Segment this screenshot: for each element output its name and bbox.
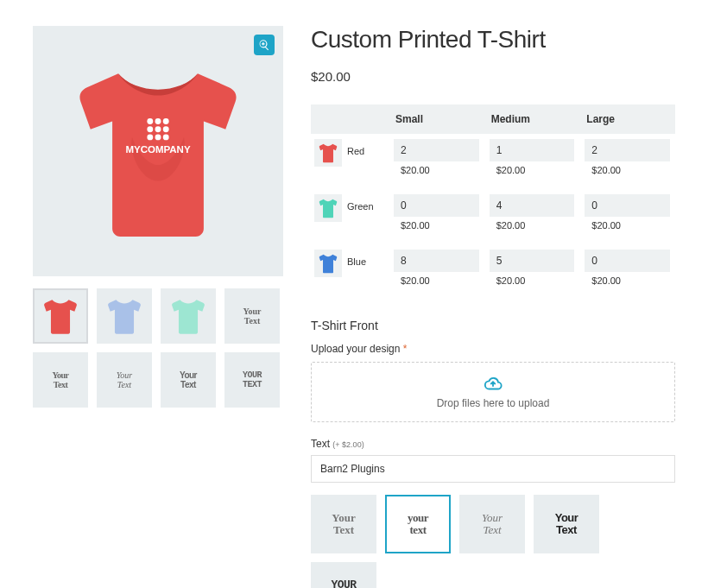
text-field-label: Text (+ $2.00) bbox=[311, 438, 675, 450]
size-header-small: Small bbox=[389, 104, 484, 134]
font-option-f3[interactable]: YourText bbox=[459, 495, 525, 553]
qty-cell-red-medium: $20.00 bbox=[484, 134, 580, 189]
swatch-blue bbox=[311, 244, 345, 300]
main-product-image: MYCOMPANY bbox=[33, 26, 283, 276]
qty-cell-blue-large: $20.00 bbox=[579, 244, 675, 300]
product-title: Custom Printed T-Shirt bbox=[311, 26, 675, 54]
dropzone-text: Drop files here to upload bbox=[437, 397, 550, 409]
qty-input-green-large[interactable] bbox=[585, 194, 670, 217]
product-price: $20.00 bbox=[311, 69, 675, 84]
upload-label: Upload your design * bbox=[311, 343, 675, 355]
font-option-f4[interactable]: YourText bbox=[534, 495, 599, 553]
front-section-heading: T-Shirt Front bbox=[311, 319, 675, 332]
svg-point-5 bbox=[163, 126, 169, 132]
svg-point-1 bbox=[155, 118, 161, 124]
cell-price: $20.00 bbox=[585, 161, 670, 184]
cell-price: $20.00 bbox=[490, 217, 575, 239]
size-header-medium: Medium bbox=[484, 104, 580, 134]
gallery-thumb-5[interactable]: YourText bbox=[97, 352, 152, 408]
color-label-blue: Blue bbox=[345, 244, 389, 300]
font-option-f5[interactable]: YOURTEXT bbox=[311, 562, 376, 588]
qty-input-blue-small[interactable] bbox=[394, 250, 479, 272]
gallery-thumb-2[interactable] bbox=[161, 288, 216, 344]
size-header-large: Large bbox=[579, 104, 675, 134]
gallery-thumb-7[interactable]: YourText bbox=[224, 352, 280, 408]
cell-price: $20.00 bbox=[394, 272, 479, 294]
svg-point-6 bbox=[147, 134, 153, 140]
gallery-thumb-4[interactable]: YourText bbox=[33, 352, 88, 408]
color-label-green: Green bbox=[345, 189, 389, 244]
qty-cell-green-large: $20.00 bbox=[579, 189, 675, 244]
qty-input-red-small[interactable] bbox=[394, 139, 479, 161]
svg-point-2 bbox=[163, 118, 169, 124]
font-option-f1[interactable]: YourText bbox=[311, 495, 376, 553]
zoom-icon[interactable] bbox=[254, 35, 275, 55]
tshirt-illustration: MYCOMPANY bbox=[59, 52, 257, 250]
cell-price: $20.00 bbox=[394, 217, 479, 239]
qty-cell-red-small: $20.00 bbox=[389, 134, 484, 189]
qty-cell-green-small: $20.00 bbox=[389, 189, 484, 244]
cell-price: $20.00 bbox=[490, 272, 575, 294]
cell-price: $20.00 bbox=[585, 217, 670, 239]
qty-input-green-small[interactable] bbox=[394, 194, 479, 217]
svg-point-0 bbox=[147, 118, 153, 124]
cloud-upload-icon bbox=[484, 375, 503, 394]
svg-point-4 bbox=[155, 126, 161, 132]
qty-input-green-medium[interactable] bbox=[490, 194, 575, 217]
swatch-green bbox=[311, 189, 345, 244]
qty-cell-green-medium: $20.00 bbox=[484, 189, 580, 244]
variation-header-row: Small Medium Large bbox=[311, 104, 675, 134]
svg-point-7 bbox=[155, 134, 161, 140]
custom-text-input[interactable] bbox=[311, 455, 675, 483]
cell-price: $20.00 bbox=[585, 272, 670, 294]
variation-table: Small Medium Large Red$20.00$20.00$20.00… bbox=[311, 104, 675, 300]
qty-cell-red-large: $20.00 bbox=[579, 134, 675, 189]
product-gallery: MYCOMPANY YourTextYourTextYourTextYourTe… bbox=[33, 26, 283, 408]
svg-point-8 bbox=[163, 134, 169, 140]
cell-price: $20.00 bbox=[394, 161, 479, 184]
gallery-thumb-0[interactable] bbox=[33, 288, 88, 344]
font-option-f2[interactable]: yourtext bbox=[385, 495, 451, 553]
qty-cell-blue-medium: $20.00 bbox=[484, 244, 580, 300]
qty-input-red-medium[interactable] bbox=[490, 139, 575, 161]
qty-input-blue-large[interactable] bbox=[585, 250, 670, 272]
upload-dropzone[interactable]: Drop files here to upload bbox=[311, 362, 675, 422]
gallery-thumb-3[interactable]: YourText bbox=[224, 288, 280, 344]
qty-cell-blue-small: $20.00 bbox=[389, 244, 484, 300]
gallery-thumb-6[interactable]: YourText bbox=[161, 352, 216, 408]
qty-input-blue-medium[interactable] bbox=[490, 250, 575, 272]
imprint-text: MYCOMPANY bbox=[125, 144, 191, 155]
svg-point-3 bbox=[147, 126, 153, 132]
cell-price: $20.00 bbox=[490, 161, 575, 184]
swatch-red bbox=[311, 134, 345, 189]
gallery-thumb-1[interactable] bbox=[97, 288, 152, 344]
qty-input-red-large[interactable] bbox=[585, 139, 670, 161]
color-label-red: Red bbox=[345, 134, 389, 189]
